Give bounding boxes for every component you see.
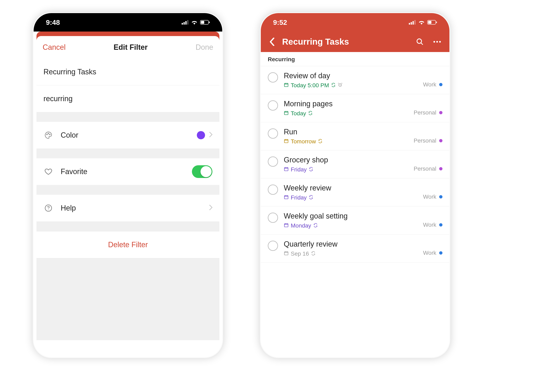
project-color-dot <box>439 139 443 142</box>
project-color-dot <box>439 223 443 227</box>
svg-rect-29 <box>284 224 288 227</box>
alarm-icon <box>338 82 343 89</box>
task-row[interactable]: Weekly reviewFridayWork <box>261 178 449 206</box>
done-button[interactable]: Done <box>195 43 213 52</box>
task-project[interactable]: Work <box>423 194 443 201</box>
task-checkbox[interactable] <box>268 128 278 139</box>
cellular-icon <box>182 20 189 25</box>
svg-rect-13 <box>411 22 412 25</box>
task-schedule: Tomorrow <box>284 138 414 145</box>
project-color-dot <box>439 251 443 255</box>
cellular-icon <box>409 20 416 25</box>
project-name: Personal <box>414 109 436 116</box>
task-project[interactable]: Work <box>423 81 443 89</box>
svg-point-8 <box>48 133 49 134</box>
help-label: Help <box>61 204 76 212</box>
help-icon <box>43 204 53 212</box>
task-name: Weekly review <box>284 184 423 192</box>
phone-edit-filter: 9:48 Cancel Edit Filter Done Recurring T… <box>33 12 223 358</box>
color-row[interactable]: Color <box>37 122 219 149</box>
task-name: Quarterly review <box>284 240 423 248</box>
recurring-icon <box>309 194 313 201</box>
project-color-dot <box>439 111 443 114</box>
recurring-icon <box>311 251 315 257</box>
svg-rect-3 <box>187 20 188 25</box>
svg-rect-14 <box>413 21 414 25</box>
task-checkbox[interactable] <box>268 241 278 251</box>
task-name: Grocery shop <box>284 156 414 164</box>
battery-icon <box>200 20 210 25</box>
help-row[interactable]: Help <box>37 195 219 221</box>
task-checkbox[interactable] <box>268 185 278 195</box>
favorite-row[interactable]: Favorite <box>37 158 219 185</box>
task-date: Today 5:00 PM <box>291 82 329 89</box>
task-project[interactable]: Work <box>423 222 443 229</box>
heart-icon <box>43 167 53 176</box>
color-swatch <box>197 131 205 139</box>
svg-rect-15 <box>414 20 416 25</box>
task-name: Run <box>284 128 414 136</box>
svg-point-7 <box>47 134 47 135</box>
task-checkbox[interactable] <box>268 72 278 83</box>
task-row[interactable]: Grocery shopFridayPersonal <box>261 150 449 178</box>
task-project[interactable]: Personal <box>414 109 443 117</box>
svg-rect-18 <box>436 22 437 23</box>
calendar-icon <box>284 110 289 117</box>
task-row[interactable]: Weekly goal settingMondayWork <box>261 206 449 234</box>
task-schedule: Friday <box>284 166 414 173</box>
task-row[interactable]: Morning pagesTodayPersonal <box>261 94 449 122</box>
task-row[interactable]: Review of dayToday 5:00 PMWork <box>261 66 449 94</box>
wifi-icon <box>191 20 198 25</box>
task-project[interactable]: Personal <box>414 165 443 173</box>
filter-name-field[interactable]: Recurring Tasks <box>37 59 219 85</box>
svg-rect-23 <box>284 83 288 87</box>
favorite-toggle[interactable] <box>192 165 212 178</box>
task-schedule: Today <box>284 110 414 117</box>
more-button[interactable] <box>431 40 443 43</box>
task-date: Sep 16 <box>291 251 309 257</box>
task-checkbox[interactable] <box>268 156 278 167</box>
task-list[interactable]: Review of dayToday 5:00 PMWorkMorning pa… <box>261 66 449 263</box>
project-name: Work <box>423 81 436 88</box>
svg-rect-0 <box>182 23 183 25</box>
project-name: Personal <box>414 137 436 144</box>
status-icons <box>409 20 437 25</box>
filter-query-field[interactable]: recurring <box>37 85 219 112</box>
back-button[interactable] <box>267 38 277 46</box>
project-color-dot <box>439 167 443 170</box>
chevron-left-icon <box>269 38 275 46</box>
recurring-icon <box>308 110 313 117</box>
task-date: Tomorrow <box>291 138 316 145</box>
task-schedule: Monday <box>284 222 423 229</box>
search-icon <box>416 38 424 46</box>
chevron-right-icon <box>209 204 212 212</box>
task-checkbox[interactable] <box>268 100 278 111</box>
calendar-icon <box>284 82 289 89</box>
task-checkbox[interactable] <box>268 213 278 223</box>
recurring-icon <box>309 166 313 173</box>
device-notch <box>310 13 400 25</box>
color-label: Color <box>61 131 78 140</box>
svg-rect-1 <box>184 22 185 25</box>
more-icon <box>433 40 442 43</box>
search-button[interactable] <box>414 38 426 46</box>
device-notch <box>83 13 173 25</box>
project-color-dot <box>439 195 443 198</box>
recurring-icon <box>331 82 336 89</box>
task-row[interactable]: RunTomorrowPersonal <box>261 122 449 150</box>
cancel-button[interactable]: Cancel <box>43 43 66 52</box>
app-header: Recurring Tasks <box>261 32 449 52</box>
edit-filter-sheet: Cancel Edit Filter Done Recurring Tasks … <box>37 36 219 340</box>
svg-rect-25 <box>284 112 288 115</box>
task-project[interactable]: Work <box>423 250 443 257</box>
task-project[interactable]: Personal <box>414 137 443 145</box>
status-time: 9:48 <box>46 19 60 26</box>
svg-rect-2 <box>185 21 186 25</box>
task-row[interactable]: Quarterly reviewSep 16Work <box>261 234 449 263</box>
svg-point-9 <box>49 134 50 135</box>
filter-name-value: Recurring Tasks <box>43 68 96 76</box>
calendar-icon <box>284 166 289 173</box>
svg-rect-12 <box>409 23 410 25</box>
task-name: Weekly goal setting <box>284 212 423 220</box>
delete-filter-button[interactable]: Delete Filter <box>37 231 219 258</box>
